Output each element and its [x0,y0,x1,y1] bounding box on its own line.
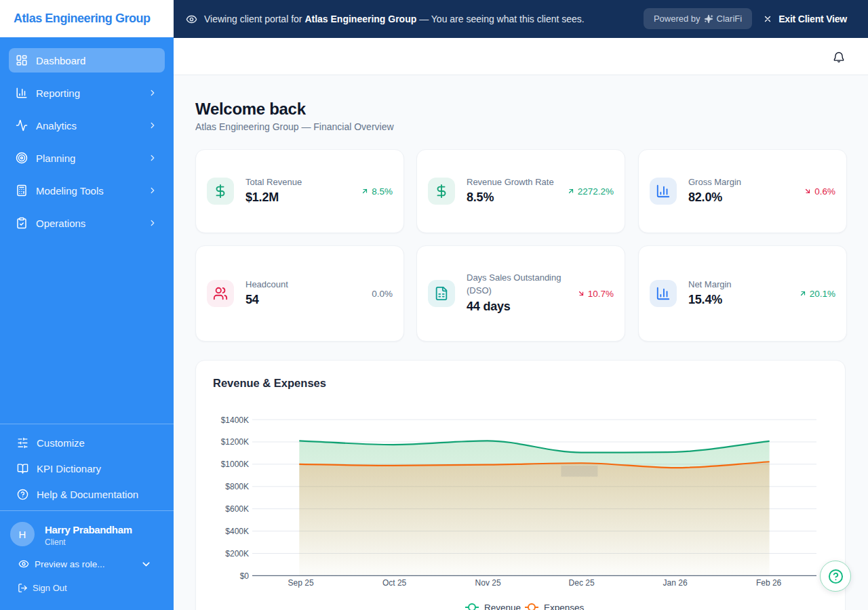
svg-text:$1400K: $1400K [221,415,249,425]
svg-text:Oct 25: Oct 25 [382,578,407,588]
svg-text:$600K: $600K [225,504,249,514]
svg-text:Expenses: Expenses [544,603,585,610]
svg-text:Jan 26: Jan 26 [663,578,688,588]
svg-text:Nov 25: Nov 25 [475,578,501,588]
svg-text:$1000K: $1000K [221,460,249,469]
svg-text:$0: $0 [240,571,250,581]
svg-text:Dec 25: Dec 25 [569,578,595,588]
svg-text:Sep 25: Sep 25 [288,578,314,588]
svg-text:Revenue: Revenue [484,603,521,610]
svg-text:$800K: $800K [225,482,249,491]
svg-text:Feb 26: Feb 26 [756,578,782,588]
svg-text:$400K: $400K [225,527,249,536]
svg-text:$200K: $200K [225,549,249,558]
svg-text:$1200K: $1200K [221,437,249,447]
